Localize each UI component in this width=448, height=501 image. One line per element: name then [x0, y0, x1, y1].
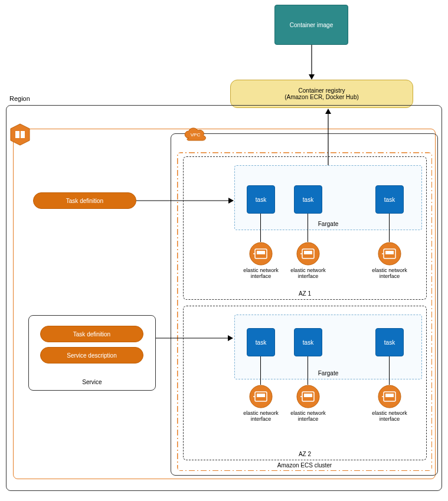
task-box: task: [294, 185, 322, 214]
connector-line: [308, 214, 308, 242]
task-box: task: [247, 185, 275, 214]
region-label: Region: [8, 95, 31, 102]
connector-line: [389, 356, 390, 385]
eni-icon: [249, 242, 273, 266]
arrow-image-to-registry: [311, 45, 312, 80]
eni-label: elastic network interface: [236, 411, 286, 423]
service-label: Service: [29, 379, 155, 385]
container-image-label: Container image: [290, 22, 333, 28]
svg-rect-20: [257, 394, 265, 397]
svg-rect-12: [304, 251, 312, 254]
svg-rect-24: [304, 394, 312, 397]
container-registry-subtitle: (Amazon ECR, Docker Hub): [285, 94, 359, 100]
container-registry-box: Container registry (Amazon ECR, Docker H…: [230, 80, 413, 108]
connector-line: [260, 356, 261, 385]
svg-marker-1: [309, 74, 315, 80]
az2-label: AZ 2: [184, 451, 426, 457]
svg-rect-16: [385, 251, 394, 254]
eni-icon: [378, 242, 401, 266]
eni-icon: [249, 385, 273, 408]
eni-icon: [378, 385, 401, 408]
connector-line: [389, 214, 390, 242]
task-box: task: [375, 185, 404, 214]
arrow-fargate-to-registry: [328, 108, 329, 166]
svg-rect-4: [21, 131, 25, 138]
az1-label: AZ 1: [184, 290, 426, 297]
vpc-badge-icon: VPC: [182, 125, 209, 142]
task-box: task: [247, 328, 275, 356]
aws-service-icon: [9, 123, 31, 146]
fargate-label-az2: Fargate: [318, 370, 338, 376]
task-box: task: [375, 328, 404, 356]
svg-text:VPC: VPC: [191, 132, 201, 137]
eni-label: elastic network interface: [365, 268, 414, 280]
arrow-service-to-fargate: [156, 338, 236, 339]
eni-label: elastic network interface: [236, 268, 286, 280]
container-registry-title: Container registry: [299, 87, 345, 94]
ecs-cluster-label: Amazon ECS cluster: [177, 462, 432, 469]
connector-line: [308, 356, 308, 385]
container-image-box: Container image: [274, 5, 348, 45]
task-definition-pill: Task definition: [40, 326, 143, 342]
eni-icon: [296, 242, 320, 266]
eni-icon: [296, 385, 320, 408]
task-definition-pill: Task definition: [33, 192, 136, 209]
eni-label: elastic network interface: [283, 411, 333, 423]
service-description-pill: Service description: [40, 347, 143, 364]
task-box: task: [294, 328, 322, 356]
connector-line: [260, 214, 261, 242]
eni-label: elastic network interface: [283, 268, 333, 280]
svg-rect-8: [257, 251, 265, 254]
arrow-taskdef-to-fargate: [136, 200, 237, 201]
eni-label: elastic network interface: [365, 411, 414, 423]
svg-rect-28: [385, 394, 394, 397]
fargate-label-az1: Fargate: [318, 221, 338, 227]
svg-marker-2: [11, 124, 30, 145]
svg-rect-3: [15, 131, 19, 138]
